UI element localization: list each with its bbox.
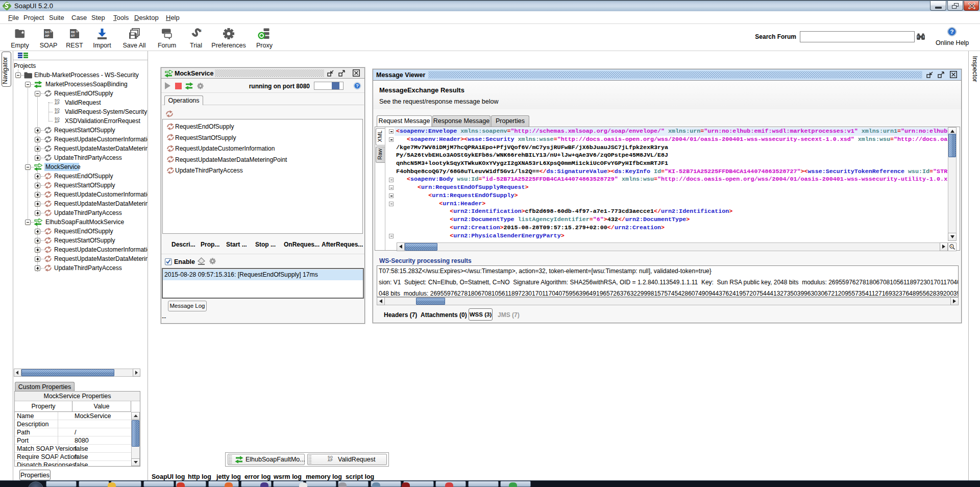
svg-text:?: ? [950,29,953,35]
svg-text:*: * [50,30,52,35]
svg-text:AP: AP [45,34,49,37]
svg-text:SO: SO [45,31,50,34]
svg-text:ST: ST [71,34,75,37]
svg-text:*: * [76,30,78,35]
svg-text:?: ? [356,83,359,88]
svg-text:RE: RE [71,31,75,34]
svg-text:N: N [200,29,202,32]
